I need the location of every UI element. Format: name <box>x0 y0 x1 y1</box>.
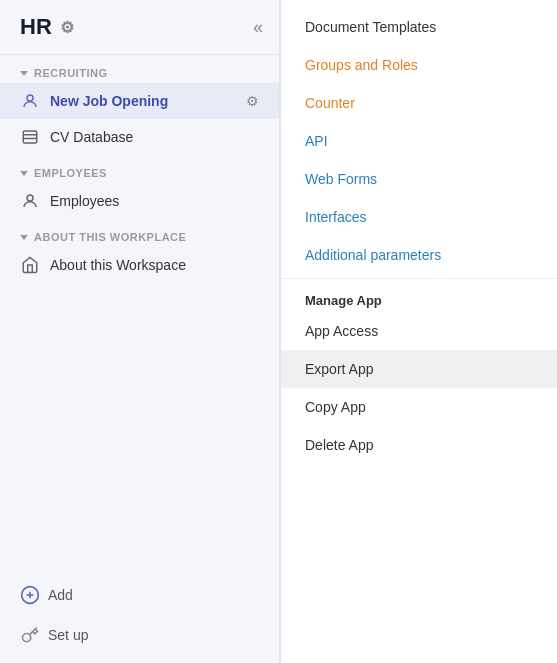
section-recruiting-label: RECRUITING <box>34 67 107 79</box>
sidebar-item-about-workspace[interactable]: About this Workspace <box>0 247 279 283</box>
section-employees: EMPLOYEES <box>0 155 279 183</box>
dropdown-item-copy-app[interactable]: Copy App <box>281 388 557 426</box>
app-title-text: HR <box>20 14 52 40</box>
sidebar-item-cv-database[interactable]: CV Database <box>0 119 279 155</box>
dropdown-item-counter[interactable]: Counter <box>281 84 557 122</box>
dropdown-item-web-forms[interactable]: Web Forms <box>281 160 557 198</box>
app-access-label: App Access <box>305 323 378 339</box>
employees-label: Employees <box>50 193 119 209</box>
dropdown-item-document-templates[interactable]: Document Templates <box>281 8 557 46</box>
document-templates-label: Document Templates <box>305 19 436 35</box>
sidebar-item-employees[interactable]: Employees <box>0 183 279 219</box>
delete-app-label: Delete App <box>305 437 374 453</box>
new-job-opening-icon <box>20 91 40 111</box>
svg-point-0 <box>27 95 33 101</box>
dropdown-item-groups-and-roles[interactable]: Groups and Roles <box>281 46 557 84</box>
dropdown-item-additional-parameters[interactable]: Additional parameters <box>281 236 557 274</box>
chevron-recruiting-icon <box>20 71 28 76</box>
setup-button[interactable]: Set up <box>20 617 259 653</box>
employees-icon <box>20 191 40 211</box>
add-label: Add <box>48 587 73 603</box>
dropdown-item-delete-app[interactable]: Delete App <box>281 426 557 464</box>
add-button[interactable]: Add <box>20 577 259 613</box>
sidebar-footer: Add Set up <box>0 567 279 663</box>
app-title: HR ⚙ <box>20 14 74 40</box>
section-about-workplace: ABOUT THIS WORKPLACE <box>0 219 279 247</box>
new-job-opening-label: New Job Opening <box>50 93 168 109</box>
dropdown-item-interfaces[interactable]: Interfaces <box>281 198 557 236</box>
divider-1 <box>281 278 557 279</box>
setup-label: Set up <box>48 627 88 643</box>
sidebar-header: HR ⚙ « <box>0 0 279 55</box>
dropdown-item-export-app[interactable]: Export App <box>281 350 557 388</box>
collapse-sidebar-icon[interactable]: « <box>253 17 263 38</box>
dropdown-item-api[interactable]: API <box>281 122 557 160</box>
copy-app-label: Copy App <box>305 399 366 415</box>
web-forms-label: Web Forms <box>305 171 377 187</box>
counter-label: Counter <box>305 95 355 111</box>
additional-parameters-label: Additional parameters <box>305 247 441 263</box>
manage-app-section-label: Manage App <box>281 283 557 312</box>
chevron-employees-icon <box>20 171 28 176</box>
dropdown-panel: Document Templates Groups and Roles Coun… <box>280 0 557 663</box>
svg-rect-1 <box>23 131 37 143</box>
svg-point-4 <box>27 195 33 201</box>
groups-and-roles-label: Groups and Roles <box>305 57 418 73</box>
sidebar: HR ⚙ « RECRUITING New Job Opening ⚙ CV D… <box>0 0 280 663</box>
interfaces-label: Interfaces <box>305 209 366 225</box>
section-about-label: ABOUT THIS WORKPLACE <box>34 231 186 243</box>
setup-key-icon <box>20 625 40 645</box>
about-workspace-label: About this Workspace <box>50 257 186 273</box>
section-employees-label: EMPLOYEES <box>34 167 107 179</box>
export-app-label: Export App <box>305 361 374 377</box>
section-recruiting: RECRUITING <box>0 55 279 83</box>
cv-database-label: CV Database <box>50 129 133 145</box>
dropdown-item-app-access[interactable]: App Access <box>281 312 557 350</box>
chevron-about-icon <box>20 235 28 240</box>
api-label: API <box>305 133 328 149</box>
add-icon <box>20 585 40 605</box>
about-workspace-icon <box>20 255 40 275</box>
cv-database-icon <box>20 127 40 147</box>
app-settings-icon[interactable]: ⚙ <box>60 18 74 37</box>
new-job-opening-gear-icon[interactable]: ⚙ <box>246 93 259 109</box>
sidebar-item-new-job-opening[interactable]: New Job Opening ⚙ <box>0 83 279 119</box>
